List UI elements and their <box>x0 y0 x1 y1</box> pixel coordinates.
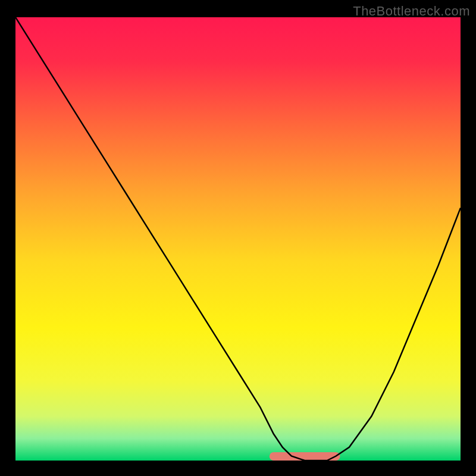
chart-plot-area <box>15 17 461 461</box>
watermark-text: TheBottleneck.com <box>353 4 470 19</box>
chart-curve-layer <box>15 17 461 461</box>
bottleneck-curve <box>15 17 461 461</box>
